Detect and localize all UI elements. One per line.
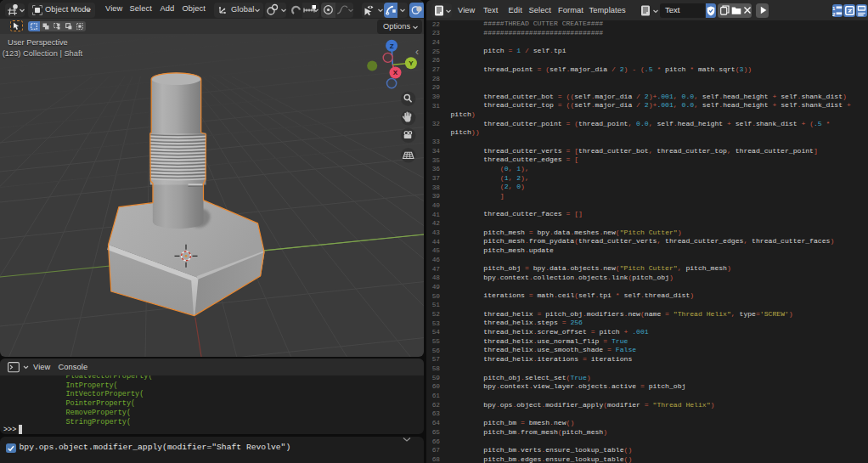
svg-text:X: X	[393, 69, 398, 76]
svg-text:Z: Z	[390, 42, 394, 50]
svg-text:1: 1	[832, 6, 836, 11]
svg-text:Y: Y	[409, 59, 414, 67]
svg-text:2: 2	[832, 12, 836, 16]
